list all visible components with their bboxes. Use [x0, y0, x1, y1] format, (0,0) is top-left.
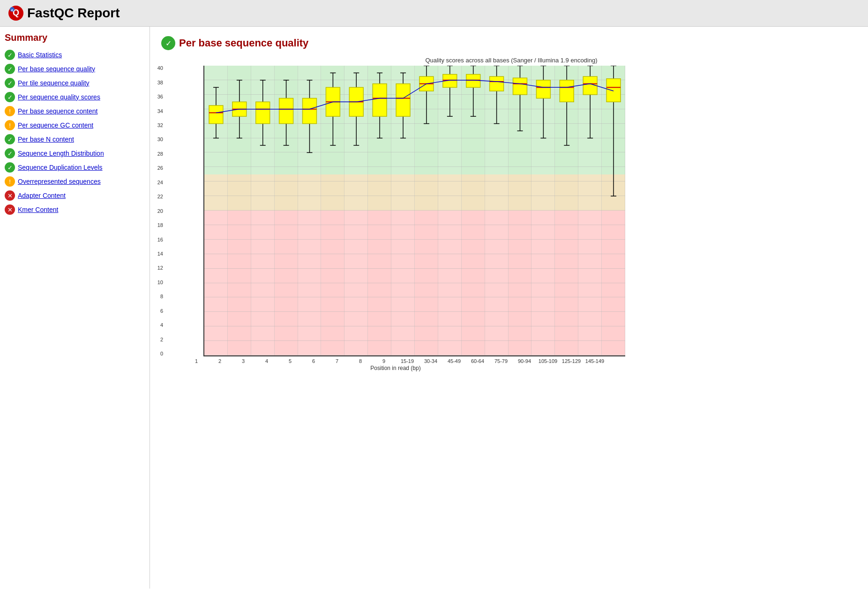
svg-rect-22 — [279, 98, 293, 124]
fastqc-logo-icon: Q e — [7, 5, 24, 22]
x-axis-label: 30-34 — [419, 358, 442, 364]
sidebar-link[interactable]: Per base sequence quality — [18, 65, 95, 73]
sidebar-item[interactable]: ✓ Sequence Duplication Levels — [5, 162, 145, 173]
page-header: Q e FastQC Report — [0, 0, 868, 27]
y-axis-label: 20 — [150, 209, 163, 214]
y-axis-label: 0 — [150, 351, 163, 356]
sidebar-item[interactable]: ! Per sequence GC content — [5, 120, 145, 130]
sidebar-items: ✓ Basic Statistics ✓ Per base sequence q… — [5, 50, 145, 215]
sidebar-link[interactable]: Basic Statistics — [18, 51, 62, 59]
x-axis-label: 125-129 — [560, 358, 583, 364]
sidebar: Summary ✓ Basic Statistics ✓ Per base se… — [0, 27, 150, 589]
status-icon-pass: ✓ — [5, 162, 15, 173]
svg-rect-17 — [256, 102, 270, 123]
status-icon-pass: ✓ — [5, 64, 15, 74]
y-axis-label: 14 — [150, 251, 163, 257]
x-axis-label: 105-109 — [536, 358, 560, 364]
status-icon-pass: ✓ — [5, 134, 15, 144]
status-icon-pass: ✓ — [5, 78, 15, 88]
sidebar-item[interactable]: ✓ Per base N content — [5, 134, 145, 144]
sidebar-title: Summary — [5, 32, 145, 43]
svg-rect-77 — [536, 80, 550, 98]
sidebar-item[interactable]: ✓ Basic Statistics — [5, 50, 145, 60]
sidebar-link[interactable]: Overrepresented sequences — [18, 178, 101, 185]
sidebar-item[interactable]: ✓ Per tile sequence quality — [5, 78, 145, 88]
sidebar-link[interactable]: Sequence Duplication Levels — [18, 164, 103, 171]
sidebar-link[interactable]: Adapter Content — [18, 192, 66, 199]
chart-svg — [204, 66, 625, 355]
sidebar-item[interactable]: ✓ Per base sequence quality — [5, 64, 145, 74]
y-axis: 0246810121416182022242628303234363840 — [150, 66, 163, 356]
y-axis-label: 2 — [150, 337, 163, 342]
sidebar-link[interactable]: Per base sequence content — [18, 107, 97, 115]
svg-rect-72 — [513, 78, 527, 95]
sidebar-item[interactable]: ✓ Per sequence quality scores — [5, 92, 145, 102]
y-axis-label: 36 — [150, 94, 163, 99]
y-axis-label: 8 — [150, 294, 163, 299]
y-axis-label: 22 — [150, 194, 163, 199]
y-axis-label: 28 — [150, 151, 163, 157]
svg-rect-82 — [560, 80, 574, 102]
sidebar-link[interactable]: Per base N content — [18, 136, 74, 143]
svg-rect-47 — [396, 84, 410, 117]
y-axis-label: 38 — [150, 80, 163, 85]
y-axis-label: 16 — [150, 237, 163, 242]
chart-container: Quality scores across all bases (Sanger … — [166, 57, 857, 371]
y-axis-label: 26 — [150, 166, 163, 171]
x-axis-label: 7 — [325, 358, 349, 364]
svg-rect-42 — [373, 84, 387, 117]
x-axis-label: 75-79 — [489, 358, 513, 364]
main-content: ✓ Per base sequence quality Quality scor… — [150, 27, 868, 589]
x-axis-label: 2 — [208, 358, 232, 364]
sidebar-item[interactable]: ✕ Adapter Content — [5, 190, 145, 201]
section-status-icon: ✓ — [161, 36, 175, 50]
status-icon-warn: ! — [5, 176, 15, 187]
sidebar-item[interactable]: ✓ Sequence Length Distribution — [5, 148, 145, 159]
status-icon-fail: ✕ — [5, 204, 15, 215]
y-axis-label: 30 — [150, 137, 163, 142]
x-axis-label: 9 — [372, 358, 396, 364]
page-title: FastQC Report — [27, 6, 120, 21]
status-icon-pass: ✓ — [5, 92, 15, 102]
sidebar-item[interactable]: ! Per base sequence content — [5, 106, 145, 116]
y-axis-label: 24 — [150, 180, 163, 185]
status-icon-warn: ! — [5, 106, 15, 116]
sidebar-link[interactable]: Sequence Length Distribution — [18, 150, 104, 157]
main-layout: Summary ✓ Basic Statistics ✓ Per base se… — [0, 27, 868, 589]
svg-rect-27 — [303, 98, 317, 124]
status-icon-fail: ✕ — [5, 190, 15, 201]
status-icon-warn: ! — [5, 120, 15, 130]
svg-rect-92 — [606, 79, 621, 102]
svg-text:e: e — [11, 8, 14, 12]
x-axis-label: 3 — [232, 358, 255, 364]
x-axis-label: 15-19 — [396, 358, 419, 364]
chart-title: Quality scores across all bases (Sanger … — [166, 57, 857, 64]
svg-rect-7 — [209, 106, 223, 124]
x-axis-label: 145-149 — [583, 358, 606, 364]
x-axis: 12345678915-1930-3445-4960-6475-7990-941… — [185, 358, 606, 364]
x-axis-label: 1 — [185, 358, 208, 364]
sidebar-item[interactable]: ! Overrepresented sequences — [5, 176, 145, 187]
y-axis-label: 6 — [150, 309, 163, 314]
y-axis-label: 18 — [150, 223, 163, 228]
sidebar-link[interactable]: Per sequence GC content — [18, 121, 93, 129]
sidebar-item[interactable]: ✕ Kmer Content — [5, 204, 145, 215]
section-header: ✓ Per base sequence quality — [161, 36, 857, 50]
y-axis-label: 12 — [150, 265, 163, 271]
y-axis-label: 10 — [150, 280, 163, 285]
svg-rect-67 — [490, 76, 504, 91]
y-axis-label: 32 — [150, 123, 163, 128]
sidebar-link[interactable]: Per sequence quality scores — [18, 93, 100, 101]
x-axis-label: Position in read (bp) — [185, 365, 606, 371]
status-icon-pass: ✓ — [5, 148, 15, 159]
x-axis-label: 8 — [349, 358, 372, 364]
sidebar-link[interactable]: Kmer Content — [18, 206, 58, 213]
section-title-text: Per base sequence quality — [179, 37, 308, 49]
sidebar-link[interactable]: Per tile sequence quality — [18, 79, 90, 87]
x-axis-label: 45-49 — [442, 358, 466, 364]
x-axis-label: 60-64 — [466, 358, 489, 364]
x-axis-label: 90-94 — [513, 358, 536, 364]
x-axis-label: 5 — [278, 358, 302, 364]
x-axis-label: 6 — [302, 358, 325, 364]
svg-rect-62 — [466, 75, 480, 88]
